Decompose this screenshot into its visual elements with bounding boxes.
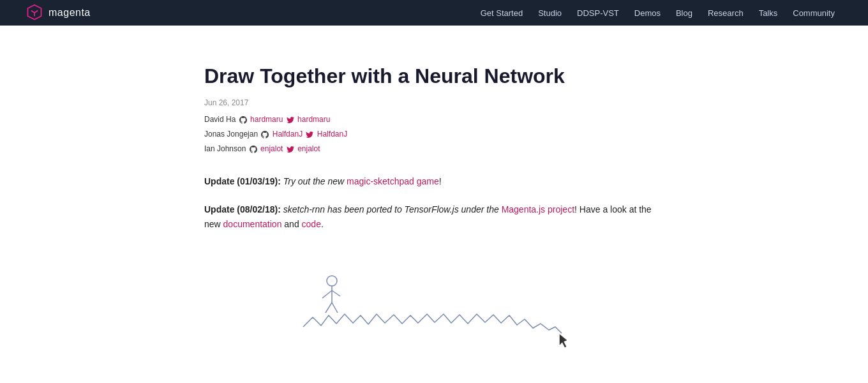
github-icon-1 (239, 116, 247, 124)
svg-line-4 (322, 290, 332, 298)
update-block-1: Update (01/03/19): Try out the new magic… (204, 174, 664, 188)
author-row-2: Jonas Jongejan HalfdanJ HalfdanJ (204, 130, 347, 139)
update-link-1[interactable]: magic-sketchpad game (347, 176, 439, 186)
nav-blog[interactable]: Blog (668, 8, 700, 18)
author-name-1: David Ha (204, 115, 236, 124)
post-date: Jun 26, 2017 (204, 98, 664, 107)
update-text-after-1: ! (439, 176, 442, 186)
twitter-icon-1 (287, 116, 294, 124)
nav-ddsp-vst[interactable]: DDSP-VST (569, 8, 627, 18)
nav-research[interactable]: Research (700, 8, 751, 18)
github-icon-3 (250, 146, 257, 153)
nav-studio[interactable]: Studio (530, 8, 569, 18)
svg-line-5 (332, 290, 340, 296)
github-link-2[interactable]: HalfdanJ (273, 130, 303, 139)
nav-get-started[interactable]: Get Started (473, 8, 530, 18)
article-title: Draw Together with a Neural Network (204, 64, 664, 88)
svg-marker-8 (560, 334, 567, 347)
twitter-link-1[interactable]: hardmaru (297, 115, 330, 124)
update-label-1: Update (01/03/19): (204, 176, 281, 186)
sketch-area (204, 269, 664, 352)
twitter-icon-3 (287, 146, 294, 153)
twitter-icon-2 (306, 131, 313, 139)
sketch-drawing (290, 269, 578, 352)
github-link-1[interactable]: hardmaru (250, 115, 283, 124)
nav-community[interactable]: Community (785, 8, 842, 18)
update-link-magentajs[interactable]: Magenta.js project (502, 204, 574, 214)
update-text-before-2: sketch-rnn has been ported to TensorFlow… (281, 204, 502, 214)
authors-list: David Ha hardmaru hardmaru Jonas Jongeja… (204, 112, 664, 156)
svg-line-7 (332, 303, 338, 313)
update-link-docs[interactable]: documentation (223, 219, 282, 229)
logo[interactable]: magenta (26, 4, 91, 22)
update-text-end: . (321, 219, 324, 229)
nav-demos[interactable]: Demos (627, 8, 668, 18)
magenta-logo-icon (26, 4, 43, 22)
twitter-link-2[interactable]: HalfdanJ (317, 130, 347, 139)
update-link-code[interactable]: code (302, 219, 321, 229)
twitter-link-3[interactable]: enjalot (297, 144, 320, 153)
svg-line-6 (326, 303, 332, 313)
update-text-before-1: Try out the new (281, 176, 347, 186)
main-content: Draw Together with a Neural Network Jun … (179, 26, 689, 378)
github-icon-2 (261, 131, 269, 139)
update-block-2: Update (08/02/18): sketch-rnn has been p… (204, 202, 664, 231)
nav-talks[interactable]: Talks (751, 8, 786, 18)
author-name-3: Ian Johnson (204, 144, 246, 153)
update-label-2: Update (08/02/18): (204, 204, 281, 214)
github-link-3[interactable]: enjalot (260, 144, 283, 153)
author-row-3: Ian Johnson enjalot enjalot (204, 144, 320, 153)
author-name-2: Jonas Jongejan (204, 130, 258, 139)
logo-text: magenta (49, 7, 91, 19)
author-row-1: David Ha hardmaru hardmaru (204, 115, 330, 124)
update-text-and: and (281, 219, 301, 229)
svg-point-2 (327, 276, 337, 286)
main-nav: Get Started Studio DDSP-VST Demos Blog R… (473, 8, 842, 18)
